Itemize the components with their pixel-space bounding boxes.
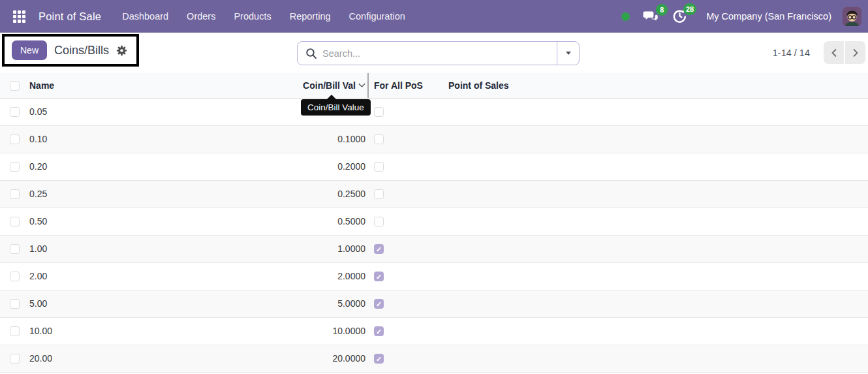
cell-name: 0.05 <box>29 98 290 125</box>
cell-for-all-pos-checkbox[interactable] <box>374 162 384 172</box>
control-panel: New Coins/Bills <box>0 33 868 73</box>
cell-name: 0.10 <box>29 125 290 153</box>
cell-coin-bill-value: 0.2500 <box>290 180 369 208</box>
navbar-right: 8 28 My Company (San Francisco) <box>621 6 861 27</box>
search-bar <box>297 41 580 65</box>
cell-name: 0.25 <box>29 180 290 208</box>
messages-badge: 8 <box>656 4 668 16</box>
chevron-down-icon <box>566 52 571 55</box>
cell-point-of-sales <box>448 180 868 208</box>
cell-point-of-sales <box>448 125 868 153</box>
cell-point-of-sales <box>448 208 868 235</box>
pager-buttons <box>824 41 865 64</box>
cell-for-all-pos-checkbox[interactable] <box>374 244 384 254</box>
column-header-for-all-pos[interactable]: For All PoS <box>369 73 448 98</box>
chevron-right-icon <box>852 48 859 57</box>
cell-coin-bill-value: 0.5000 <box>290 208 369 235</box>
menu-item-products[interactable]: Products <box>225 0 280 33</box>
navbar-left: Point of Sale Dashboard Orders Products … <box>9 0 414 33</box>
cell-for-all-pos-checkbox[interactable] <box>374 354 384 364</box>
menu-item-reporting[interactable]: Reporting <box>281 0 340 33</box>
cell-point-of-sales <box>448 290 868 317</box>
company-switcher[interactable]: My Company (San Francisco) <box>706 11 831 22</box>
cell-name: 10.00 <box>29 317 290 345</box>
menu-item-configuration[interactable]: Configuration <box>340 0 414 33</box>
activities-button[interactable]: 28 <box>670 6 692 27</box>
table-row[interactable]: 2.00 2.0000 <box>0 262 868 290</box>
row-select-checkbox[interactable] <box>10 326 20 336</box>
row-select-checkbox[interactable] <box>10 354 20 364</box>
cell-point-of-sales <box>448 153 868 180</box>
new-button[interactable]: New <box>12 40 47 60</box>
app-brand-title[interactable]: Point of Sale <box>39 10 101 23</box>
row-select-checkbox[interactable] <box>10 217 20 226</box>
cell-for-all-pos-checkbox[interactable] <box>374 217 384 226</box>
cell-point-of-sales <box>448 98 868 125</box>
row-select-checkbox[interactable] <box>10 299 20 309</box>
table-row[interactable]: 5.00 5.0000 <box>0 290 868 317</box>
column-header-name[interactable]: Name <box>29 73 290 98</box>
cell-name: 1.00 <box>29 235 290 262</box>
row-select-checkbox[interactable] <box>10 244 20 254</box>
apps-grid-icon <box>13 10 25 23</box>
cell-for-all-pos-checkbox[interactable] <box>374 107 384 117</box>
apps-menu-button[interactable] <box>9 7 29 27</box>
column-resize-handle[interactable] <box>367 73 369 98</box>
cell-name: 0.20 <box>29 153 290 180</box>
top-navbar: Point of Sale Dashboard Orders Products … <box>0 0 868 33</box>
cell-coin-bill-value: 1.0000 <box>290 235 369 262</box>
cell-coin-bill-value: 0.2000 <box>290 153 369 180</box>
cell-coin-bill-value: 10.0000 <box>290 317 369 345</box>
gear-icon[interactable] <box>116 45 127 56</box>
table-row[interactable]: 20.00 20.0000 <box>0 345 868 372</box>
sort-chevron-down-icon <box>358 83 365 88</box>
cell-point-of-sales <box>448 262 868 290</box>
cell-for-all-pos-checkbox[interactable] <box>374 189 384 199</box>
cell-point-of-sales <box>448 235 868 262</box>
row-select-checkbox[interactable] <box>10 162 20 172</box>
highlight-annotation-box: New Coins/Bills <box>2 34 139 67</box>
row-select-checkbox[interactable] <box>10 134 20 144</box>
search-icon <box>298 48 322 59</box>
cell-coin-bill-value: 2.0000 <box>290 262 369 290</box>
cell-for-all-pos-checkbox[interactable] <box>374 134 384 144</box>
table-row[interactable]: 1.00 1.0000 <box>0 235 868 262</box>
select-all-checkbox[interactable] <box>10 81 20 91</box>
table-row[interactable]: 10.00 10.0000 <box>0 317 868 345</box>
coins-bills-table: Name Coin/Bill Val For All PoS Point of … <box>0 73 868 373</box>
cell-for-all-pos-checkbox[interactable] <box>374 326 384 336</box>
table-body: 0.05 0.10 0.1000 0.20 0.2000 0.25 0.2500 <box>0 98 868 372</box>
column-header-point-of-sales[interactable]: Point of Sales <box>448 73 868 98</box>
column-tooltip: Coin/Bill Value <box>301 99 371 116</box>
messages-button[interactable]: 8 <box>640 7 664 27</box>
menu-item-orders[interactable]: Orders <box>178 0 225 33</box>
cell-coin-bill-value: 20.0000 <box>290 345 369 372</box>
pager-previous-button[interactable] <box>824 41 844 64</box>
pager-next-button[interactable] <box>845 41 865 64</box>
user-avatar[interactable] <box>843 7 861 26</box>
cell-name: 5.00 <box>29 290 290 317</box>
column-tooltip-text: Coin/Bill Value <box>307 102 364 112</box>
activities-badge: 28 <box>683 3 696 15</box>
table-row[interactable]: 0.25 0.2500 <box>0 180 868 208</box>
table-row[interactable]: 0.50 0.5000 <box>0 208 868 235</box>
search-input[interactable] <box>322 48 557 59</box>
pager-range: 1-14 / 14 <box>773 48 810 58</box>
cell-for-all-pos-checkbox[interactable] <box>374 272 384 281</box>
row-select-checkbox[interactable] <box>10 272 20 281</box>
row-select-checkbox[interactable] <box>10 189 20 199</box>
menu-item-dashboard[interactable]: Dashboard <box>113 0 178 33</box>
row-select-checkbox[interactable] <box>10 107 20 117</box>
cell-coin-bill-value: 5.0000 <box>290 290 369 317</box>
online-status-dot <box>621 12 630 21</box>
table-row[interactable]: 0.20 0.2000 <box>0 153 868 180</box>
cell-point-of-sales <box>448 317 868 345</box>
cell-name: 0.50 <box>29 208 290 235</box>
table-header-row: Name Coin/Bill Val For All PoS Point of … <box>0 73 868 98</box>
table-row[interactable]: 0.10 0.1000 <box>0 125 868 153</box>
search-dropdown-toggle[interactable] <box>557 42 579 65</box>
cell-name: 20.00 <box>29 345 290 372</box>
cell-for-all-pos-checkbox[interactable] <box>374 299 384 309</box>
table-row[interactable]: 0.05 <box>0 98 868 125</box>
odoo-point-of-sale-app: Point of Sale Dashboard Orders Products … <box>0 0 868 374</box>
